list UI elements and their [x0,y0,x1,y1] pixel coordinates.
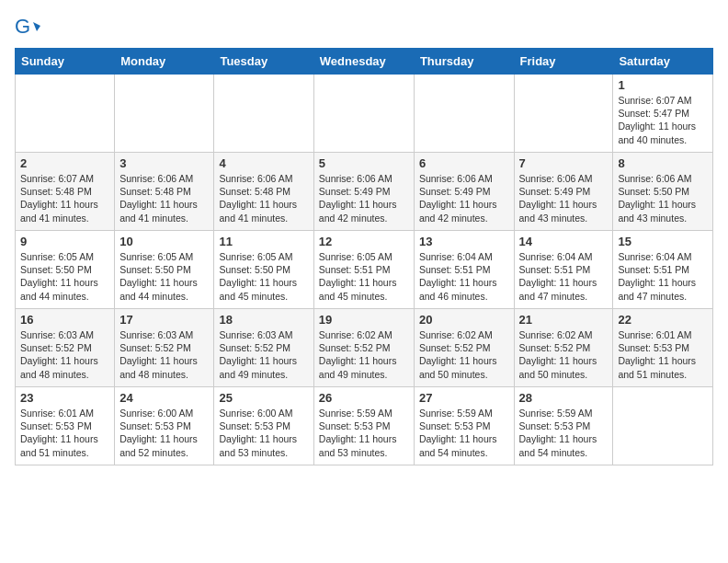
svg-marker-1 [33,22,40,31]
day-number: 2 [20,156,109,170]
calendar-week-row: 23Sunrise: 6:01 AM Sunset: 5:53 PM Dayli… [16,387,713,465]
calendar-cell: 16Sunrise: 6:03 AM Sunset: 5:52 PM Dayli… [16,309,115,387]
day-info: Sunrise: 6:05 AM Sunset: 5:51 PM Dayligh… [319,250,409,303]
day-number: 23 [20,391,109,405]
calendar-header-sunday: Sunday [16,49,115,75]
day-info: Sunrise: 6:04 AM Sunset: 5:51 PM Dayligh… [419,250,509,303]
day-number: 26 [319,391,409,405]
day-info: Sunrise: 6:02 AM Sunset: 5:52 PM Dayligh… [519,328,609,381]
page-header: G [15,15,713,40]
day-info: Sunrise: 6:05 AM Sunset: 5:50 PM Dayligh… [20,250,109,303]
calendar-header-tuesday: Tuesday [214,49,313,75]
calendar-cell: 8Sunrise: 6:06 AM Sunset: 5:50 PM Daylig… [613,153,713,231]
calendar-cell: 27Sunrise: 5:59 AM Sunset: 5:53 PM Dayli… [414,387,514,465]
day-info: Sunrise: 6:06 AM Sunset: 5:48 PM Dayligh… [119,172,209,224]
calendar-cell [414,75,514,153]
calendar-cell: 21Sunrise: 6:02 AM Sunset: 5:52 PM Dayli… [514,309,613,387]
day-info: Sunrise: 6:01 AM Sunset: 5:53 PM Dayligh… [618,328,708,381]
calendar-cell: 14Sunrise: 6:04 AM Sunset: 5:51 PM Dayli… [514,231,613,309]
calendar-cell [613,387,713,465]
day-info: Sunrise: 6:06 AM Sunset: 5:50 PM Dayligh… [618,172,708,224]
calendar-cell: 1Sunrise: 6:07 AM Sunset: 5:47 PM Daylig… [613,75,713,153]
day-info: Sunrise: 6:04 AM Sunset: 5:51 PM Dayligh… [519,250,609,303]
day-number: 10 [119,235,209,248]
day-info: Sunrise: 6:05 AM Sunset: 5:50 PM Dayligh… [119,250,209,303]
day-info: Sunrise: 5:59 AM Sunset: 5:53 PM Dayligh… [419,407,509,459]
day-info: Sunrise: 6:01 AM Sunset: 5:53 PM Dayligh… [20,407,109,459]
calendar-cell: 10Sunrise: 6:05 AM Sunset: 5:50 PM Dayli… [115,231,214,309]
day-info: Sunrise: 6:03 AM Sunset: 5:52 PM Dayligh… [119,328,209,381]
day-info: Sunrise: 5:59 AM Sunset: 5:53 PM Dayligh… [519,407,609,459]
calendar-cell: 12Sunrise: 6:05 AM Sunset: 5:51 PM Dayli… [313,231,414,309]
day-number: 7 [519,156,609,170]
day-number: 8 [618,156,708,170]
svg-text:G: G [15,15,30,38]
day-number: 22 [618,313,708,327]
calendar-header-thursday: Thursday [414,49,514,75]
day-info: Sunrise: 6:04 AM Sunset: 5:51 PM Dayligh… [618,250,708,303]
day-number: 24 [119,391,209,405]
day-number: 18 [219,313,308,327]
calendar-cell [16,75,115,153]
day-info: Sunrise: 6:06 AM Sunset: 5:48 PM Dayligh… [219,172,308,224]
calendar-header-friday: Friday [514,49,613,75]
calendar-cell: 9Sunrise: 6:05 AM Sunset: 5:50 PM Daylig… [16,231,115,309]
calendar-cell: 18Sunrise: 6:03 AM Sunset: 5:52 PM Dayli… [214,309,313,387]
day-number: 14 [519,235,609,248]
calendar-cell: 11Sunrise: 6:05 AM Sunset: 5:50 PM Dayli… [214,231,313,309]
day-number: 21 [519,313,609,327]
logo-icon: G [15,15,40,40]
day-number: 12 [319,235,409,248]
day-number: 16 [20,313,109,327]
day-info: Sunrise: 6:00 AM Sunset: 5:53 PM Dayligh… [219,407,308,459]
day-info: Sunrise: 6:06 AM Sunset: 5:49 PM Dayligh… [519,172,609,224]
day-info: Sunrise: 6:02 AM Sunset: 5:52 PM Dayligh… [319,328,409,381]
calendar-week-row: 2Sunrise: 6:07 AM Sunset: 5:48 PM Daylig… [16,153,713,231]
day-info: Sunrise: 6:06 AM Sunset: 5:49 PM Dayligh… [319,172,409,224]
day-number: 3 [119,156,209,170]
calendar-cell: 22Sunrise: 6:01 AM Sunset: 5:53 PM Dayli… [613,309,713,387]
day-number: 20 [419,313,509,327]
day-info: Sunrise: 6:03 AM Sunset: 5:52 PM Dayligh… [219,328,308,381]
day-info: Sunrise: 6:07 AM Sunset: 5:48 PM Dayligh… [20,172,109,224]
day-number: 17 [119,313,209,327]
calendar-cell: 20Sunrise: 6:02 AM Sunset: 5:52 PM Dayli… [414,309,514,387]
calendar-cell: 19Sunrise: 6:02 AM Sunset: 5:52 PM Dayli… [313,309,414,387]
day-info: Sunrise: 6:05 AM Sunset: 5:50 PM Dayligh… [219,250,308,303]
calendar-cell: 13Sunrise: 6:04 AM Sunset: 5:51 PM Dayli… [414,231,514,309]
calendar-cell: 23Sunrise: 6:01 AM Sunset: 5:53 PM Dayli… [16,387,115,465]
calendar-cell: 4Sunrise: 6:06 AM Sunset: 5:48 PM Daylig… [214,153,313,231]
day-number: 19 [319,313,409,327]
calendar-cell: 6Sunrise: 6:06 AM Sunset: 5:49 PM Daylig… [414,153,514,231]
day-number: 6 [419,156,509,170]
day-number: 4 [219,156,308,170]
calendar-cell [514,75,613,153]
calendar-header-monday: Monday [115,49,214,75]
calendar-cell [313,75,414,153]
calendar-cell [115,75,214,153]
day-number: 28 [519,391,609,405]
calendar-week-row: 16Sunrise: 6:03 AM Sunset: 5:52 PM Dayli… [16,309,713,387]
day-info: Sunrise: 6:02 AM Sunset: 5:52 PM Dayligh… [419,328,509,381]
day-info: Sunrise: 6:03 AM Sunset: 5:52 PM Dayligh… [20,328,109,381]
calendar-week-row: 9Sunrise: 6:05 AM Sunset: 5:50 PM Daylig… [16,231,713,309]
day-number: 5 [319,156,409,170]
day-info: Sunrise: 6:00 AM Sunset: 5:53 PM Dayligh… [119,407,209,459]
calendar-cell: 24Sunrise: 6:00 AM Sunset: 5:53 PM Dayli… [115,387,214,465]
calendar-cell: 7Sunrise: 6:06 AM Sunset: 5:49 PM Daylig… [514,153,613,231]
day-number: 25 [219,391,308,405]
calendar-cell: 2Sunrise: 6:07 AM Sunset: 5:48 PM Daylig… [16,153,115,231]
calendar-cell: 28Sunrise: 5:59 AM Sunset: 5:53 PM Dayli… [514,387,613,465]
day-info: Sunrise: 6:06 AM Sunset: 5:49 PM Dayligh… [419,172,509,224]
day-number: 27 [419,391,509,405]
calendar-cell: 3Sunrise: 6:06 AM Sunset: 5:48 PM Daylig… [115,153,214,231]
calendar-table: SundayMondayTuesdayWednesdayThursdayFrid… [15,48,713,465]
day-number: 15 [618,235,708,248]
day-info: Sunrise: 5:59 AM Sunset: 5:53 PM Dayligh… [319,407,409,459]
day-info: Sunrise: 6:07 AM Sunset: 5:47 PM Dayligh… [618,94,708,146]
day-number: 11 [219,235,308,248]
calendar-cell [214,75,313,153]
calendar-cell: 5Sunrise: 6:06 AM Sunset: 5:49 PM Daylig… [313,153,414,231]
calendar-week-row: 1Sunrise: 6:07 AM Sunset: 5:47 PM Daylig… [16,75,713,153]
calendar-cell: 26Sunrise: 5:59 AM Sunset: 5:53 PM Dayli… [313,387,414,465]
